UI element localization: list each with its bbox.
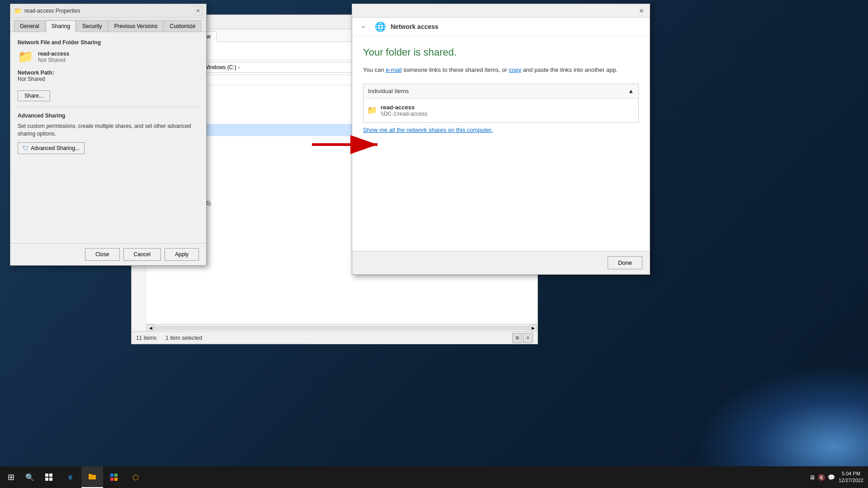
svg-rect-6 (110, 474, 113, 477)
network-panel-heading: Your folder is shared. (363, 47, 639, 58)
taskbar-gold-button[interactable]: ⬡ (125, 466, 146, 488)
share-folder-name: read-access (38, 51, 69, 57)
selected-count: 1 item selected (165, 335, 202, 341)
done-button[interactable]: Done (608, 256, 642, 269)
tab-general[interactable]: General (14, 20, 45, 32)
path-sep-2: › (238, 64, 240, 70)
network-panel-title: Network access (391, 23, 439, 30)
svg-rect-7 (114, 474, 118, 477)
items-count: 11 items (136, 335, 156, 341)
date-display: 12/27/2022 (839, 477, 863, 484)
apply-button[interactable]: Apply (165, 248, 199, 261)
status-bar: 11 items 1 item selected ⊞ ≡ (132, 331, 538, 344)
taskbar-store-button[interactable] (103, 466, 125, 488)
network-path-label: Network Path: (18, 70, 199, 76)
copy-link[interactable]: copy (509, 66, 521, 73)
svg-rect-5 (49, 478, 52, 481)
horizontal-scrollbar[interactable]: ◀ ▶ (146, 324, 538, 331)
share-item: 📁 read-access Not Shared (18, 49, 199, 64)
time-display: 5:04 PM (839, 470, 863, 477)
taskbar-task-view-button[interactable] (38, 466, 60, 488)
view-icons: ⊞ ≡ (512, 333, 533, 343)
dropdown-header[interactable]: Individual Items ▲ (363, 84, 638, 99)
tab-previous-versions[interactable]: Previous Versions (108, 20, 163, 32)
close-button[interactable]: Close (85, 248, 120, 261)
network-panel-description: You can e-mail someone links to these sh… (363, 66, 639, 75)
share-button[interactable]: Share... (18, 90, 50, 101)
network-access-panel: ✕ ← 🌐 Network access Your folder is shar… (352, 4, 650, 275)
network-panel-back-button[interactable]: ← (358, 20, 370, 33)
taskbar-explorer-icon (88, 472, 97, 481)
light-beam (696, 367, 868, 466)
start-button[interactable]: ⊞ (0, 466, 22, 488)
svg-rect-3 (49, 474, 52, 477)
svg-rect-4 (45, 478, 48, 481)
scrollbar-track[interactable] (154, 326, 529, 330)
svg-rect-8 (110, 478, 113, 481)
share-info: read-access Not Shared (38, 51, 69, 63)
network-panel-titlebar: ✕ (352, 4, 650, 18)
tray-network-icon: 🖥 (809, 474, 815, 481)
desc-middle: someone links to these shared items, or (402, 66, 509, 73)
shared-folder-icon: 📁 (367, 105, 377, 115)
view-list-button[interactable]: ≡ (523, 333, 533, 343)
scroll-right-button[interactable]: ▶ (529, 324, 537, 332)
chevron-up-icon: ▲ (628, 88, 634, 94)
taskbar-store-icon (110, 473, 118, 481)
shared-item-name: read-access (381, 104, 427, 111)
section-advanced-title: Advanced Sharing (18, 113, 199, 119)
taskbar-clock[interactable]: 5:04 PM 12/27/2022 (839, 470, 863, 484)
desc-after: and paste the links into another app. (521, 66, 618, 73)
taskbar-explorer-button[interactable] (81, 466, 103, 488)
desc-before-email: You can (363, 66, 386, 73)
advanced-sharing-button[interactable]: 🛡 Advanced Sharing... (18, 142, 85, 154)
tray-notification-icon: 💬 (828, 474, 835, 481)
shared-item-path: \\DC-1\read-access (381, 111, 427, 117)
view-details-button[interactable]: ⊞ (512, 333, 522, 343)
advanced-sharing-label: Advanced Sharing... (31, 145, 80, 151)
properties-dialog: 📁 read-access Properties ✕ General Shari… (10, 4, 207, 266)
dropdown-content: 📁 read-access \\DC-1\read-access (363, 99, 638, 122)
cancel-button[interactable]: Cancel (123, 248, 161, 261)
dialog-close-button[interactable]: ✕ (193, 6, 203, 15)
network-icon: 🌐 (375, 21, 386, 32)
tab-security[interactable]: Security (76, 20, 108, 32)
path-item-windows: Windows (C:) (204, 64, 236, 70)
network-panel-close-button[interactable]: ✕ (637, 6, 646, 15)
network-panel-navbar: ← 🌐 Network access (352, 18, 650, 36)
svg-rect-9 (114, 478, 118, 481)
dialog-content: Network File and Folder Sharing 📁 read-a… (10, 32, 206, 243)
share-folder-icon: 📁 (18, 49, 33, 64)
section-network-title: Network File and Folder Sharing (18, 39, 199, 46)
taskbar: ⊞ 🔍 e ⬡ 🖥 🔇 💬 5:04 PM 12/27/2022 (0, 466, 868, 488)
network-panel-content: Your folder is shared. You can e-mail so… (352, 36, 650, 251)
divider-1 (18, 107, 199, 107)
dialog-titlebar: 📁 read-access Properties ✕ (10, 4, 206, 18)
scroll-left-button[interactable]: ◀ (147, 324, 154, 332)
show-all-shares-link[interactable]: Show me all the network shares on this c… (363, 127, 639, 133)
dialog-title-folder-icon: 📁 (14, 7, 22, 14)
shared-item: 📁 read-access \\DC-1\read-access (367, 102, 635, 119)
individual-items-dropdown: Individual Items ▲ 📁 read-access \\DC-1\… (363, 84, 639, 123)
network-path-section: Network Path: Not Shared (18, 70, 199, 82)
tray-icons: 🖥 🔇 💬 (809, 474, 835, 481)
tab-sharing[interactable]: Sharing (46, 20, 76, 32)
taskbar-tray: 🖥 🔇 💬 5:04 PM 12/27/2022 (809, 470, 868, 484)
task-view-icon (45, 473, 53, 481)
shield-icon: 🛡 (23, 145, 29, 152)
dropdown-label: Individual Items (368, 88, 409, 94)
taskbar-search-button[interactable]: 🔍 (22, 466, 38, 488)
dialog-footer: Close Cancel Apply (10, 243, 206, 265)
network-path-value: Not Shared (18, 76, 199, 82)
tab-customize[interactable]: Customize (164, 20, 201, 32)
taskbar-edge-button[interactable]: e (60, 466, 81, 488)
advanced-description: Set custom permissions, create multiple … (18, 122, 199, 138)
dialog-tabs: General Sharing Security Previous Versio… (10, 18, 206, 32)
share-folder-status: Not Shared (38, 57, 69, 63)
tray-sound-icon: 🔇 (818, 474, 825, 481)
svg-rect-2 (45, 474, 48, 477)
dialog-title: read-access Properties (24, 8, 193, 14)
advanced-section: Advanced Sharing Set custom permissions,… (18, 113, 199, 154)
email-link[interactable]: e-mail (386, 66, 401, 73)
network-panel-footer: Done (352, 251, 650, 274)
